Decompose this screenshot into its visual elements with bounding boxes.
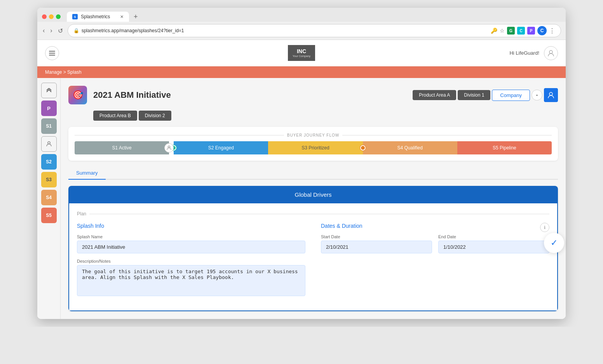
tab-title: Splashmetrics: [81, 14, 110, 19]
minimize-window-button[interactable]: [49, 14, 54, 19]
svg-point-6: [168, 146, 170, 148]
reload-button[interactable]: ↺: [57, 26, 64, 35]
main-layout: P S1 S2 S3 S4 S5 🎯 2021 ABM Initiative P…: [37, 78, 566, 319]
svg-point-3: [549, 50, 552, 54]
global-drivers-card: Global Drivers Plan Splash Info Splash N…: [68, 186, 558, 311]
tier-tabs: Product Area A Division 1 Company •: [413, 88, 558, 102]
ext-purple-icon[interactable]: P: [527, 27, 535, 35]
check-button[interactable]: ✓: [544, 233, 564, 253]
title-bar: S Splashmetrics ✕ +: [37, 8, 566, 22]
maximize-window-button[interactable]: [56, 14, 61, 19]
start-date-label: Start Date: [321, 234, 432, 239]
address-bar-icons: 🔑 ☆ G C P C ⋮: [491, 26, 555, 35]
stage-s4[interactable]: S4 Qualified: [363, 141, 457, 154]
hamburger-button[interactable]: [45, 46, 59, 60]
stage-s1-label: S1 Active: [112, 145, 132, 151]
back-button[interactable]: ‹: [42, 26, 45, 35]
stage-s3[interactable]: S3 Prioritized: [268, 141, 362, 154]
splash-info-section: Splash Info Splash Name Description/Note…: [77, 223, 305, 303]
avatar-button[interactable]: [544, 46, 558, 60]
tab-favicon: S: [72, 14, 78, 19]
tier-tab-product-area-b[interactable]: Product Area B: [93, 111, 137, 121]
url-text: splashmetrics.app/manage/splashes/24?tie…: [82, 28, 184, 33]
star-icon[interactable]: ☆: [500, 28, 505, 34]
profile-button[interactable]: C: [537, 26, 547, 35]
tab-summary[interactable]: Summary: [68, 167, 106, 180]
initiative-icon: 🎯: [68, 86, 87, 104]
dates-row: Start Date End Date: [321, 234, 549, 253]
sidebar-item-s3[interactable]: S3: [41, 172, 57, 187]
sidebar-item-s4[interactable]: S4: [41, 190, 57, 205]
tab-close-button[interactable]: ✕: [120, 14, 124, 19]
tier-tab-division-1[interactable]: Division 1: [458, 90, 490, 100]
initiative-title: 2021 ABM Initiative: [93, 90, 171, 100]
splash-desc-group: Description/Notes The goal of this initi…: [77, 259, 305, 297]
tier-tab-division-2[interactable]: Division 2: [139, 111, 171, 121]
stage-s2-label: S2 Engaged: [208, 145, 234, 151]
sidebar: P S1 S2 S3 S4 S5: [37, 78, 61, 319]
greeting-text: Hi LifeGuard!: [509, 50, 539, 56]
new-tab-button[interactable]: +: [131, 12, 141, 22]
lock-icon: 🔒: [73, 28, 79, 33]
tier-tab-company[interactable]: Company: [492, 90, 530, 101]
tier-tab-product-area-a[interactable]: Product Area A: [413, 90, 456, 100]
app-header: INC Your Company Hi LifeGuard!: [37, 40, 566, 66]
sidebar-collapse-button[interactable]: [41, 83, 57, 98]
stage-s4-label: S4 Qualified: [397, 145, 423, 151]
tier-tabs-row2: Product Area B Division 2: [93, 111, 558, 121]
splash-desc-textarea[interactable]: The goal of this initiative is to target…: [77, 265, 305, 296]
more-button[interactable]: ⋮: [549, 27, 555, 35]
buyer-journey-label: BUYER JOURNEY FLOW: [75, 133, 552, 137]
tier-user-button[interactable]: [544, 88, 558, 102]
stage-s2[interactable]: S2 Engaged: [174, 141, 268, 154]
dates-section: Dates & Duration Start Date End Date: [321, 223, 549, 303]
svg-rect-2: [49, 55, 55, 55]
traffic-lights: [42, 14, 61, 19]
add-user-icon: [547, 92, 554, 99]
close-window-button[interactable]: [42, 14, 47, 19]
tier-dot-button[interactable]: •: [532, 90, 542, 101]
stage-s5[interactable]: S5 Pipeline: [457, 141, 552, 154]
logo-main: INC: [293, 48, 310, 55]
tab-bar: S Splashmetrics ✕ +: [67, 12, 561, 22]
content-area: 🎯 2021 ABM Initiative Product Area A Div…: [61, 78, 566, 319]
splash-desc-label: Description/Notes: [77, 259, 305, 263]
sidebar-item-s1[interactable]: S1: [41, 118, 57, 134]
end-date-label: End Date: [438, 234, 549, 239]
logo-container: INC Your Company: [288, 45, 315, 61]
address-bar[interactable]: 🔒 splashmetrics.app/manage/splashes/24?t…: [68, 24, 561, 37]
svg-point-4: [48, 142, 50, 144]
address-bar-row: ‹ › ↺ 🔒 splashmetrics.app/manage/splashe…: [37, 22, 566, 40]
svg-point-5: [549, 92, 552, 95]
sidebar-item-p[interactable]: P: [41, 101, 57, 116]
key-icon: 🔑: [491, 28, 497, 34]
header-right: Hi LifeGuard!: [509, 46, 558, 60]
info-icon[interactable]: ℹ: [540, 223, 549, 232]
sidebar-item-s5[interactable]: S5: [41, 208, 57, 223]
svg-rect-1: [49, 53, 55, 54]
splash-name-input[interactable]: [77, 241, 305, 253]
stage-s1[interactable]: S1 Active: [75, 141, 169, 154]
ext-teal-icon[interactable]: C: [517, 27, 525, 35]
sidebar-item-person[interactable]: [41, 136, 57, 152]
stage-s4-dot-left: [360, 145, 366, 151]
collapse-icon: [46, 88, 52, 93]
ext-green-icon[interactable]: G: [507, 27, 515, 35]
end-date-group: End Date: [438, 234, 549, 253]
journey-stages: S1 Active S2 Engaged: [75, 141, 552, 154]
global-drivers-header: Global Drivers: [68, 186, 558, 203]
end-date-input[interactable]: [438, 241, 549, 253]
forward-button[interactable]: ›: [49, 26, 53, 35]
initiative-header: 🎯 2021 ABM Initiative Product Area A Div…: [68, 86, 558, 104]
dates-title: Dates & Duration: [321, 223, 549, 229]
form-sections: Splash Info Splash Name Description/Note…: [77, 223, 549, 303]
user-icon: [547, 50, 554, 57]
splash-info-title: Splash Info: [77, 223, 305, 229]
splash-name-group: Splash Name: [77, 234, 305, 253]
browser-tab[interactable]: S Splashmetrics ✕: [67, 12, 129, 22]
summary-tabs: Summary: [68, 167, 558, 180]
sidebar-item-s2[interactable]: S2: [41, 154, 57, 170]
start-date-input[interactable]: [321, 241, 432, 253]
stage-transition-person-icon: [164, 143, 174, 153]
start-date-group: Start Date: [321, 234, 432, 253]
